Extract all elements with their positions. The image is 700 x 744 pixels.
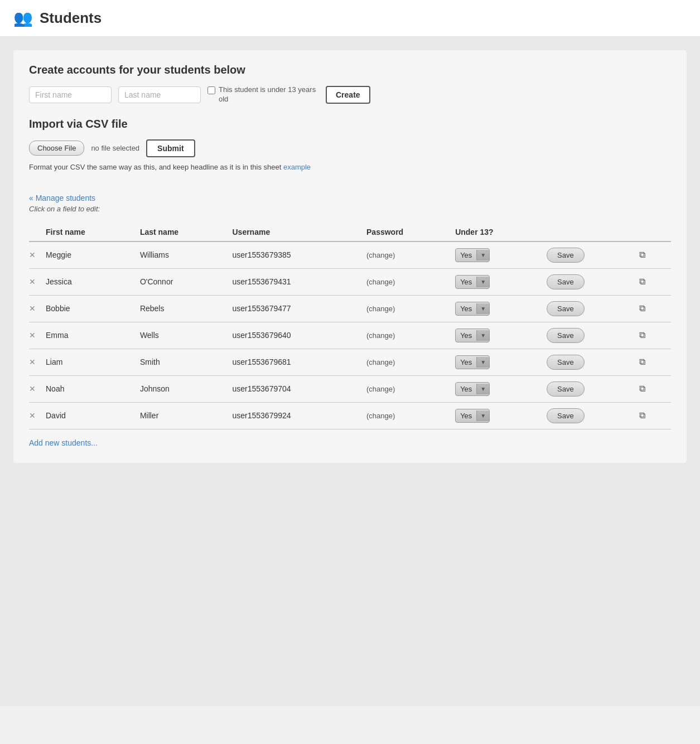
copy-button[interactable]: ⧉ [637, 356, 648, 368]
copy-button[interactable]: ⧉ [637, 302, 648, 315]
firstname-cell[interactable]: David [46, 402, 140, 429]
copy-cell: ⧉ [637, 322, 671, 349]
table-row: ✕ Liam Smith user1553679681 (change) Yes… [29, 349, 671, 375]
change-password-link[interactable]: (change) [366, 358, 395, 366]
delete-button[interactable]: ✕ [29, 411, 36, 420]
delete-button[interactable]: ✕ [29, 384, 36, 393]
submit-button[interactable]: Submit [146, 139, 195, 157]
copy-button[interactable]: ⧉ [637, 329, 648, 341]
under13-select[interactable]: Yes ▼ [455, 248, 490, 262]
copy-cell: ⧉ [637, 402, 671, 429]
table-header-row: First name Last name Username Password U… [29, 223, 671, 241]
manage-section: « Manage students Click on a field to ed… [29, 194, 671, 447]
main-content: Create accounts for your students below … [0, 37, 700, 706]
card: Create accounts for your students below … [13, 50, 687, 463]
lastname-cell[interactable]: Rebels [140, 295, 233, 322]
firstname-cell[interactable]: Noah [46, 375, 140, 402]
password-cell[interactable]: (change) [366, 375, 455, 402]
copy-button[interactable]: ⧉ [637, 276, 648, 288]
lastname-cell[interactable]: Wells [140, 322, 233, 349]
delete-button[interactable]: ✕ [29, 250, 36, 259]
firstname-cell[interactable]: Emma [46, 322, 140, 349]
password-cell[interactable]: (change) [366, 349, 455, 375]
lastname-cell[interactable]: Miller [140, 402, 233, 429]
save-cell: Save [547, 322, 637, 349]
password-cell[interactable]: (change) [366, 241, 455, 269]
change-password-link[interactable]: (change) [366, 412, 395, 420]
delete-cell: ✕ [29, 295, 46, 322]
table-row: ✕ David Miller user1553679924 (change) Y… [29, 402, 671, 429]
col-header-username: Username [232, 223, 366, 241]
delete-button[interactable]: ✕ [29, 357, 36, 366]
copy-button[interactable]: ⧉ [637, 249, 648, 261]
change-password-link[interactable]: (change) [366, 385, 395, 393]
page-wrapper: 👥 Students Create accounts for your stud… [0, 0, 700, 706]
under13-dropdown-arrow[interactable]: ▼ [476, 384, 489, 394]
password-cell[interactable]: (change) [366, 402, 455, 429]
firstname-cell[interactable]: Meggie [46, 241, 140, 269]
username-cell[interactable]: user1553679640 [232, 322, 366, 349]
manage-students-link[interactable]: « Manage students [29, 194, 671, 202]
change-password-link[interactable]: (change) [366, 305, 395, 313]
save-button[interactable]: Save [547, 328, 585, 343]
firstname-cell[interactable]: Jessica [46, 268, 140, 295]
col-header-delete [29, 223, 46, 241]
col-header-firstname: First name [46, 223, 140, 241]
username-cell[interactable]: user1553679924 [232, 402, 366, 429]
under13-select[interactable]: Yes ▼ [455, 302, 490, 316]
under13-select[interactable]: Yes ▼ [455, 409, 490, 423]
password-cell[interactable]: (change) [366, 268, 455, 295]
delete-button[interactable]: ✕ [29, 277, 36, 286]
add-students-link[interactable]: Add new students... [29, 438, 671, 447]
under-13-checkbox[interactable] [207, 86, 215, 94]
username-cell[interactable]: user1553679477 [232, 295, 366, 322]
username-cell[interactable]: user1553679385 [232, 241, 366, 269]
username-cell[interactable]: user1553679704 [232, 375, 366, 402]
username-cell[interactable]: user1553679431 [232, 268, 366, 295]
change-password-link[interactable]: (change) [366, 278, 395, 286]
copy-button[interactable]: ⧉ [637, 409, 648, 422]
change-password-link[interactable]: (change) [366, 331, 395, 340]
password-cell[interactable]: (change) [366, 322, 455, 349]
save-button[interactable]: Save [547, 408, 585, 423]
save-button[interactable]: Save [547, 355, 585, 370]
lastname-cell[interactable]: Johnson [140, 375, 233, 402]
lastname-cell[interactable]: Smith [140, 349, 233, 375]
lastname-cell[interactable]: O'Connor [140, 268, 233, 295]
under13-select[interactable]: Yes ▼ [455, 275, 490, 289]
last-name-input[interactable] [118, 86, 201, 103]
under13-value: Yes [456, 302, 476, 315]
save-button[interactable]: Save [547, 381, 585, 397]
under13-select[interactable]: Yes ▼ [455, 355, 490, 369]
delete-button[interactable]: ✕ [29, 304, 36, 313]
under13-value: Yes [456, 249, 476, 262]
under13-dropdown-arrow[interactable]: ▼ [476, 357, 489, 368]
save-button[interactable]: Save [547, 301, 585, 316]
choose-file-button[interactable]: Choose File [29, 141, 84, 156]
under13-dropdown-arrow[interactable]: ▼ [476, 330, 489, 341]
under13-dropdown-arrow[interactable]: ▼ [476, 277, 489, 287]
under13-dropdown-arrow[interactable]: ▼ [476, 410, 489, 421]
username-cell[interactable]: user1553679681 [232, 349, 366, 375]
under13-value: Yes [456, 276, 476, 288]
delete-button[interactable]: ✕ [29, 331, 36, 340]
password-cell[interactable]: (change) [366, 295, 455, 322]
under13-select[interactable]: Yes ▼ [455, 328, 490, 342]
under-13-label: This student is under 13 years old [207, 85, 319, 104]
firstname-cell[interactable]: Liam [46, 349, 140, 375]
under13-value: Yes [456, 356, 476, 369]
save-button[interactable]: Save [547, 248, 585, 263]
under13-select[interactable]: Yes ▼ [455, 382, 490, 396]
col-header-password: Password [366, 223, 455, 241]
under13-dropdown-arrow[interactable]: ▼ [476, 303, 489, 314]
firstname-cell[interactable]: Bobbie [46, 295, 140, 322]
lastname-cell[interactable]: Williams [140, 241, 233, 269]
change-password-link[interactable]: (change) [366, 251, 395, 259]
save-button[interactable]: Save [547, 274, 585, 289]
example-link[interactable]: example [283, 163, 311, 171]
table-row: ✕ Noah Johnson user1553679704 (change) Y… [29, 375, 671, 402]
first-name-input[interactable] [29, 86, 112, 103]
under13-dropdown-arrow[interactable]: ▼ [476, 250, 489, 260]
create-button[interactable]: Create [326, 86, 370, 104]
copy-button[interactable]: ⧉ [637, 383, 648, 395]
